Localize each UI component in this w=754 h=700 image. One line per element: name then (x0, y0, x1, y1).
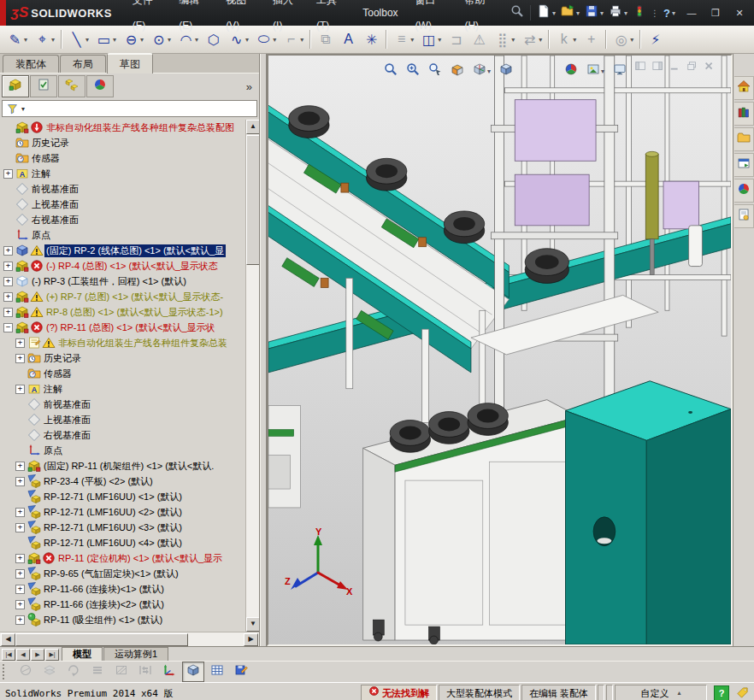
scroll-up-button[interactable]: ▲ (246, 120, 259, 134)
chevron-down-icon[interactable]: ▾ (113, 36, 116, 44)
tree-row[interactable]: +历史记录 (0, 350, 246, 366)
teal-cabinet[interactable] (566, 381, 731, 644)
tab-propertymanager[interactable] (30, 75, 57, 97)
sketch-settings-button[interactable]: ⚡ (645, 27, 666, 51)
tree-horizontal-scrollbar[interactable]: ◀ ▶ (0, 632, 259, 646)
hidden-sheets-button[interactable] (38, 662, 61, 682)
tree-row[interactable]: +(固定) RP-11 (机架组件) <1> (默认<默认. (0, 458, 246, 474)
scroll-down-button[interactable]: ▼ (246, 617, 259, 632)
save-table-button[interactable] (230, 662, 252, 682)
tree-expander[interactable]: + (15, 338, 25, 348)
new-document-button[interactable]: ▾ (536, 3, 558, 23)
tree-row[interactable]: 历史记录 (0, 135, 246, 150)
tree-expander[interactable]: + (15, 600, 25, 609)
menu-t[interactable]: 工具(T) (308, 0, 354, 38)
shaded-display-button[interactable] (182, 662, 204, 682)
tree-row[interactable]: +RP-11-66 (连接块)<2> (默认) (0, 597, 246, 612)
tree-expander[interactable]: + (3, 277, 13, 286)
first-study-button[interactable]: |◀ (2, 649, 15, 661)
tab-布局[interactable]: 布局 (60, 55, 106, 73)
tree-row[interactable]: +(+) RP-7 (总图) <1> (默认<默认_显示状态- (0, 289, 246, 304)
tree-row[interactable]: RP-12-71 (LMF16UU) <4> (默认) (0, 535, 246, 550)
swap-arrangement-button[interactable] (134, 662, 156, 682)
tree-expander[interactable]: + (3, 169, 13, 179)
chevron-down-icon[interactable]: ▾ (511, 36, 515, 44)
tab-featuremanager-tree[interactable] (2, 75, 29, 97)
open-document-button[interactable]: ▾ (560, 3, 582, 23)
panel-overflow-chevron[interactable]: » (241, 80, 257, 93)
previous-study-button[interactable]: ◀ (16, 649, 30, 661)
tab-装配体[interactable]: 装配体 (3, 55, 59, 73)
tree-expander[interactable]: − (3, 323, 13, 332)
tab-custom-properties[interactable] (734, 204, 754, 228)
minimize-button[interactable]: — (680, 4, 703, 21)
display-style-button[interactable] (497, 60, 515, 82)
tree-expander[interactable]: + (15, 523, 25, 532)
tab-appearances[interactable] (734, 179, 754, 203)
tree-row[interactable]: +RP-8 (总图) <1> (默认<默认_显示状态-1>) (0, 304, 246, 320)
tab-design-library[interactable] (734, 102, 754, 126)
tree-row[interactable]: +(-) RP-4 (总图) <1> (默认<默认_显示状态 (0, 258, 246, 274)
menu-e[interactable]: 编辑(E) (170, 0, 217, 38)
filter-dropdown-arrow[interactable]: ▾ (21, 105, 25, 113)
design-table-button[interactable] (206, 662, 228, 682)
tree-expander[interactable]: + (15, 385, 25, 394)
view-settings-button[interactable] (610, 60, 629, 82)
scrollbar-thumb[interactable] (15, 633, 188, 646)
hatch-display-button[interactable] (110, 662, 133, 682)
point-button[interactable]: ✳ (361, 27, 382, 51)
pane-left-button[interactable] (635, 61, 647, 76)
tab-草图[interactable]: 草图 (107, 53, 153, 74)
doc-minimize-button[interactable] (669, 61, 681, 76)
chevron-down-icon[interactable]: ▾ (601, 68, 604, 75)
tree-row[interactable]: 非标自动化组装生产线各种组件复杂总装配图 (0, 120, 246, 135)
tree-row[interactable]: +RP-12-71 (LMF16UU) <2> (默认) (0, 504, 246, 520)
corner-rectangle-button[interactable]: ▭▾ (93, 27, 119, 51)
rotate-view-tool-button[interactable] (62, 662, 85, 682)
lavender-panel[interactable] (515, 100, 596, 162)
scroll-left-button[interactable]: ◀ (1, 633, 15, 646)
tree-row[interactable]: +RP-12-71 (LMF16UU) <3> (默认) (0, 520, 246, 535)
toolbar-grip[interactable] (3, 664, 11, 679)
display-relations-button[interactable]: k▾ (553, 27, 579, 51)
chevron-down-icon[interactable]: ▾ (552, 9, 556, 17)
chevron-down-icon[interactable]: ▾ (630, 36, 633, 44)
maximize-button[interactable]: ❒ (704, 4, 727, 21)
bearing-puck[interactable] (444, 211, 484, 244)
tree-row[interactable]: +RP-23-4 (平板) <2> (默认) (0, 474, 246, 489)
tab-configurationmanager[interactable] (58, 75, 85, 97)
panel-splitter[interactable] (260, 54, 267, 646)
tree-row[interactable]: 前视基准面 (0, 181, 246, 197)
lavender-panel[interactable] (515, 174, 589, 226)
tree-vertical-scrollbar[interactable]: ▲ ▼ (245, 120, 259, 632)
tree-row[interactable]: −(?) RP-11 (总图) <1> (默认<默认_显示状 (0, 320, 246, 335)
tree-row[interactable]: 右视基准面 (0, 212, 246, 227)
apply-scene-button[interactable]: ▾ (584, 60, 607, 82)
menu-i[interactable]: 插入(I) (264, 0, 308, 38)
tree-expander[interactable]: + (3, 308, 13, 317)
lavender-panel[interactable] (663, 181, 698, 229)
tree-row[interactable]: 上视基准面 (0, 412, 246, 427)
status-custom-dropdown[interactable]: 自定义 ▴ (615, 685, 707, 700)
tree-expander[interactable]: + (3, 246, 13, 256)
axes-display-button[interactable] (158, 662, 180, 682)
white-cylinder[interactable] (689, 226, 703, 267)
tag-icon[interactable] (736, 686, 749, 700)
tree-expander[interactable]: + (3, 262, 13, 271)
zoom-to-fit-button[interactable] (381, 60, 400, 82)
pane-right-button[interactable] (652, 61, 664, 76)
tree-filter-bar[interactable]: ▾ (2, 100, 257, 117)
quick-snaps-button[interactable]: ◎▾ (610, 27, 636, 51)
chevron-down-icon[interactable]: ▾ (24, 36, 27, 44)
tree-expander[interactable]: + (15, 354, 25, 363)
print-button[interactable]: ▾ (608, 3, 630, 23)
zoom-to-area-button[interactable] (404, 60, 422, 82)
chevron-down-icon[interactable]: ▾ (51, 36, 55, 44)
tab-view-palette[interactable] (734, 153, 754, 177)
menu-f[interactable]: 文件(F) (124, 0, 170, 38)
bearing-puck[interactable] (367, 158, 407, 191)
tab-file-explorer[interactable] (734, 127, 754, 151)
quick-tip-help-button[interactable]: ? (714, 685, 729, 700)
chevron-down-icon[interactable]: ▾ (487, 68, 491, 75)
tree-row[interactable]: 右视基准面 (0, 427, 246, 443)
